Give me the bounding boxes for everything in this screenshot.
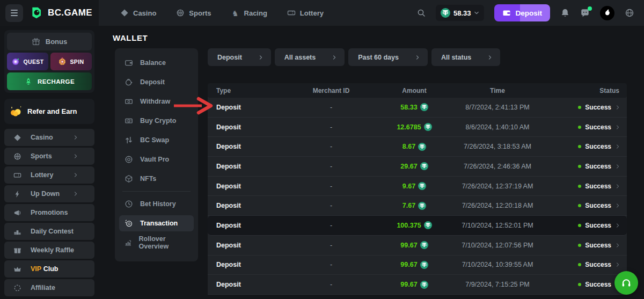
sidebar-item-up-down[interactable]: Up Down: [4, 185, 94, 202]
sidebar-item-affiliate[interactable]: Affiliate: [4, 279, 94, 296]
cell-merchant-id: -: [283, 104, 379, 111]
cell-type: Deposit: [208, 202, 283, 209]
wallet-menu-item-transaction[interactable]: Transaction: [119, 215, 194, 231]
filter-past-60-days[interactable]: Past 60 days: [348, 48, 428, 66]
tether-icon: [424, 123, 432, 131]
cell-merchant-id: -: [283, 281, 379, 288]
wallet-menu-item-deposit[interactable]: Deposit: [119, 74, 194, 90]
notifications-bell-icon[interactable]: [560, 8, 570, 18]
recharge-button[interactable]: RECHARGE: [7, 72, 92, 90]
filter-label: All assets: [284, 54, 316, 61]
transaction-row[interactable]: Deposit - 99.67 7/9/2024, 7:15:25 PM Suc…: [208, 275, 627, 295]
wallet-menu-item-rollover-overview[interactable]: Rollover Overview: [119, 235, 194, 251]
deposit-button[interactable]: Deposit: [494, 4, 550, 21]
balance-selector[interactable]: 58.33: [436, 5, 485, 21]
bcgame-logo-icon: [30, 6, 44, 20]
wallet-menu-item-bc-swap[interactable]: BC Swap: [119, 132, 194, 148]
sidebar-item-sports[interactable]: Sports: [4, 148, 94, 165]
status-dot: [578, 263, 581, 266]
vault-icon: [125, 155, 133, 164]
chevron-right-icon: [615, 144, 620, 149]
wallet-menu-label: Bet History: [140, 200, 176, 208]
wallet-menu-item-balance[interactable]: Balance: [119, 55, 194, 71]
chevron-right-icon: [73, 154, 78, 159]
sidebar-item-bonus[interactable]: Bonus: [7, 33, 92, 50]
transaction-row[interactable]: Deposit - 100.375 7/10/2024, 12:52:01 PM…: [208, 216, 627, 236]
sidebar-item-casino[interactable]: Casino: [4, 129, 94, 146]
transaction-row[interactable]: Deposit - 9.67 7/26/2024, 12:37:19 AM Su…: [208, 177, 627, 196]
horse-icon: ♞: [231, 9, 240, 17]
nav-label: Sports: [189, 9, 211, 17]
notification-dot: [588, 6, 592, 11]
spin-button[interactable]: SPIN: [50, 53, 92, 70]
wallet-menu-item-nfts[interactable]: NFTs: [119, 171, 194, 187]
balance-value: 58.33: [453, 9, 471, 17]
refer-and-earn-button[interactable]: Refer and Earn: [4, 99, 94, 124]
chevron-right-icon: [615, 203, 620, 208]
cell-type: Deposit: [208, 183, 283, 190]
sidebar-item-daily-contest[interactable]: Daily Contest: [4, 223, 94, 240]
transaction-row[interactable]: Deposit - 58.33 8/7/2024, 2:41:13 PM Suc…: [208, 98, 627, 118]
sidebar-item-weekly-raffle[interactable]: Weekly Raffle: [4, 242, 94, 259]
nav-item-casino[interactable]: Casino: [120, 9, 156, 17]
chat-icon[interactable]: [580, 8, 590, 18]
transaction-row[interactable]: Deposit - 99.67 7/10/2024, 10:39:55 AM S…: [208, 256, 627, 275]
transaction-row[interactable]: Deposit - 99.67 7/10/2024, 12:07:56 PM S…: [208, 236, 627, 256]
cell-amount: 9.67: [379, 182, 449, 190]
cell-time: 7/10/2024, 12:07:56 PM: [449, 242, 546, 249]
tether-icon: [441, 8, 450, 18]
clock-icon: [125, 200, 133, 208]
cell-time: 7/26/2024, 12:20:18 AM: [449, 202, 546, 209]
brand-logo[interactable]: BC.GAME: [30, 6, 92, 20]
filter-deposit[interactable]: Deposit: [208, 48, 271, 66]
sidebar-item-vip-club[interactable]: VIP Club: [4, 260, 94, 278]
transaction-row[interactable]: Deposit - 7.67 7/26/2024, 12:20:18 AM Su…: [208, 196, 627, 216]
amount-value: 12.6785: [397, 123, 421, 131]
search-icon[interactable]: [417, 9, 426, 17]
user-avatar[interactable]: [600, 6, 614, 20]
nav-item-lottery[interactable]: Lottery: [287, 9, 324, 17]
nav-item-sports[interactable]: Sports: [176, 9, 211, 17]
amount-value: 29.67: [400, 163, 417, 170]
spin-label: SPIN: [70, 59, 84, 65]
transaction-row[interactable]: Deposit - 8.67 7/26/2024, 3:18:53 AM Suc…: [208, 137, 627, 157]
filter-all-assets[interactable]: All assets: [275, 48, 345, 66]
cell-type: Deposit: [208, 242, 283, 249]
treasure-icon: [10, 105, 23, 118]
tether-icon: [420, 103, 428, 111]
wallet-menu-item-vault-pro[interactable]: Vault Pro: [119, 151, 194, 167]
wallet-menu-item-withdraw[interactable]: Withdraw: [119, 93, 194, 110]
status-label: Success: [585, 222, 611, 229]
status-dot: [578, 283, 581, 286]
sidebar-item-lottery[interactable]: Lottery: [4, 166, 94, 184]
status-label: Success: [585, 202, 611, 209]
wallet-menu-item-buy-crypto[interactable]: Buy Crypto: [119, 113, 194, 129]
cell-status: Success: [546, 242, 627, 249]
language-globe-icon[interactable]: [625, 8, 634, 18]
status-dot: [578, 165, 581, 168]
nav-item-racing[interactable]: ♞ Racing: [231, 9, 267, 17]
wallet-menu-item-bet-history[interactable]: Bet History: [119, 196, 194, 212]
support-chat-button[interactable]: [614, 271, 638, 295]
cell-time: 7/9/2024, 7:15:25 PM: [449, 281, 546, 288]
cell-status: Success: [546, 104, 627, 111]
cell-merchant-id: -: [283, 261, 379, 268]
amount-value: 8.67: [402, 143, 415, 150]
avatar-mark-icon: [603, 9, 612, 17]
cell-merchant-id: -: [283, 183, 379, 190]
status-dot: [578, 204, 581, 207]
menu-toggle-button[interactable]: [5, 4, 23, 22]
status-label: Success: [585, 281, 611, 288]
bonus-panel: Bonus QUEST SPIN RECHARGE: [4, 30, 94, 93]
status-label: Success: [585, 261, 611, 268]
wallet-menu-divider: [122, 191, 191, 192]
status-dot: [578, 145, 581, 148]
transaction-row[interactable]: Deposit - 12.6785 8/6/2024, 1:40:10 AM S…: [208, 118, 627, 137]
dashed-circle-icon: [13, 284, 21, 292]
transaction-row[interactable]: Deposit - 29.67 7/26/2024, 2:46:36 AM Su…: [208, 157, 627, 177]
filter-all-status[interactable]: All status: [431, 48, 500, 66]
cell-status: Success: [546, 163, 627, 170]
sidebar-item-promotions[interactable]: Promotions: [4, 204, 94, 221]
quest-button[interactable]: QUEST: [7, 53, 48, 70]
cell-amount: 99.67: [379, 281, 449, 289]
